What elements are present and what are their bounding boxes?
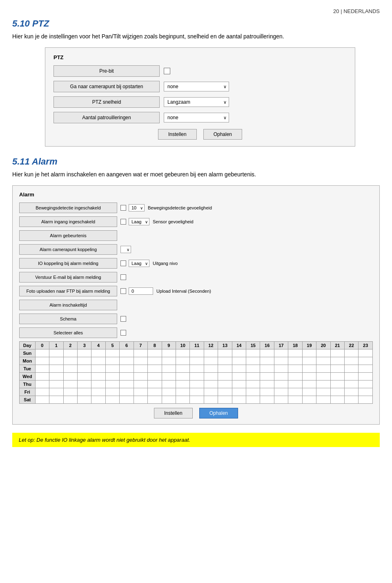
schedule-cell-mon-3[interactable] [77, 357, 91, 365]
schedule-cell-mon-16[interactable] [260, 357, 274, 365]
schedule-cell-tue-1[interactable] [49, 365, 63, 373]
ptz-select-snelheid[interactable]: Langzaam [164, 97, 229, 107]
schedule-cell-wed-23[interactable] [359, 373, 373, 381]
schedule-cell-fri-0[interactable] [35, 388, 49, 396]
schedule-cell-wed-19[interactable] [302, 373, 316, 381]
ptz-select-camerapunt-wrap[interactable]: none [164, 82, 229, 91]
schedule-cell-mon-7[interactable] [134, 357, 147, 365]
schedule-cell-fri-8[interactable] [148, 388, 162, 396]
schedule-cell-fri-7[interactable] [134, 388, 147, 396]
schedule-cell-wed-22[interactable] [345, 373, 359, 381]
schedule-cell-thu-17[interactable] [274, 381, 288, 388]
schedule-cell-tue-14[interactable] [232, 365, 246, 373]
schedule-cell-sun-5[interactable] [105, 349, 119, 357]
schedule-cell-mon-12[interactable] [204, 357, 218, 365]
schedule-cell-sun-15[interactable] [246, 349, 260, 357]
schedule-cell-tue-19[interactable] [302, 365, 316, 373]
alarm-checkbox-ingang[interactable] [120, 219, 126, 225]
schedule-cell-thu-3[interactable] [77, 381, 91, 388]
alarm-checkbox-schema[interactable] [120, 316, 126, 322]
schedule-cell-sat-11[interactable] [190, 396, 204, 404]
schedule-cell-wed-3[interactable] [77, 373, 91, 381]
schedule-cell-fri-17[interactable] [274, 388, 288, 396]
schedule-cell-sun-2[interactable] [63, 349, 77, 357]
alarm-select-io-wrap[interactable]: Laag [129, 260, 149, 267]
schedule-cell-wed-1[interactable] [49, 373, 63, 381]
schedule-cell-fri-22[interactable] [345, 388, 359, 396]
schedule-cell-wed-12[interactable] [204, 373, 218, 381]
schedule-cell-mon-4[interactable] [91, 357, 105, 365]
ptz-select-snelheid-wrap[interactable]: Langzaam [164, 97, 229, 107]
schedule-cell-thu-0[interactable] [35, 381, 49, 388]
schedule-cell-sat-18[interactable] [288, 396, 302, 404]
schedule-cell-sat-7[interactable] [134, 396, 147, 404]
schedule-cell-sun-13[interactable] [218, 349, 232, 357]
schedule-cell-thu-23[interactable] [359, 381, 373, 388]
schedule-cell-sat-16[interactable] [260, 396, 274, 404]
schedule-cell-tue-18[interactable] [288, 365, 302, 373]
schedule-cell-wed-10[interactable] [176, 373, 189, 381]
schedule-cell-wed-0[interactable] [35, 373, 49, 381]
schedule-cell-wed-9[interactable] [162, 373, 176, 381]
schedule-cell-wed-13[interactable] [218, 373, 232, 381]
schedule-cell-sat-12[interactable] [204, 396, 218, 404]
alarm-instellen-button[interactable]: Instellen [154, 408, 193, 418]
schedule-cell-sat-10[interactable] [176, 396, 189, 404]
schedule-cell-mon-6[interactable] [120, 357, 134, 365]
alarm-checkbox-selecteer-alles[interactable] [120, 330, 126, 336]
schedule-cell-sat-5[interactable] [105, 396, 119, 404]
schedule-cell-mon-22[interactable] [345, 357, 359, 365]
schedule-cell-sun-12[interactable] [204, 349, 218, 357]
schedule-cell-fri-6[interactable] [120, 388, 134, 396]
schedule-cell-wed-20[interactable] [316, 373, 330, 381]
schedule-cell-sat-3[interactable] [77, 396, 91, 404]
schedule-cell-thu-5[interactable] [105, 381, 119, 388]
schedule-cell-mon-23[interactable] [359, 357, 373, 365]
schedule-cell-sun-20[interactable] [316, 349, 330, 357]
schedule-cell-mon-10[interactable] [176, 357, 189, 365]
schedule-cell-sun-16[interactable] [260, 349, 274, 357]
alarm-checkbox-ftp[interactable] [120, 288, 126, 294]
schedule-cell-tue-15[interactable] [246, 365, 260, 373]
schedule-cell-fri-20[interactable] [316, 388, 330, 396]
schedule-cell-tue-11[interactable] [190, 365, 204, 373]
schedule-cell-mon-9[interactable] [162, 357, 176, 365]
schedule-cell-fri-23[interactable] [359, 388, 373, 396]
alarm-select-ingang-wrap[interactable]: Laag [129, 218, 149, 225]
schedule-cell-fri-11[interactable] [190, 388, 204, 396]
schedule-cell-thu-2[interactable] [63, 381, 77, 388]
schedule-cell-tue-13[interactable] [218, 365, 232, 373]
schedule-cell-wed-2[interactable] [63, 373, 77, 381]
schedule-cell-mon-11[interactable] [190, 357, 204, 365]
schedule-cell-sat-21[interactable] [330, 396, 344, 404]
ptz-select-patrouilleringen-wrap[interactable]: none [164, 113, 229, 122]
schedule-cell-wed-8[interactable] [148, 373, 162, 381]
schedule-cell-sat-2[interactable] [63, 396, 77, 404]
schedule-cell-wed-11[interactable] [190, 373, 204, 381]
schedule-cell-sat-0[interactable] [35, 396, 49, 404]
schedule-cell-mon-13[interactable] [218, 357, 232, 365]
schedule-cell-mon-21[interactable] [330, 357, 344, 365]
schedule-cell-tue-2[interactable] [63, 365, 77, 373]
schedule-cell-wed-16[interactable] [260, 373, 274, 381]
schedule-cell-thu-20[interactable] [316, 381, 330, 388]
schedule-cell-tue-5[interactable] [105, 365, 119, 373]
schedule-cell-tue-21[interactable] [330, 365, 344, 373]
schedule-cell-sat-23[interactable] [359, 396, 373, 404]
schedule-cell-fri-12[interactable] [204, 388, 218, 396]
schedule-cell-wed-6[interactable] [120, 373, 134, 381]
schedule-cell-thu-11[interactable] [190, 381, 204, 388]
schedule-cell-tue-16[interactable] [260, 365, 274, 373]
alarm-select-bewegingsdetectie[interactable]: 10 [129, 204, 145, 211]
schedule-cell-thu-4[interactable] [91, 381, 105, 388]
schedule-cell-wed-14[interactable] [232, 373, 246, 381]
schedule-cell-sun-0[interactable] [35, 349, 49, 357]
alarm-select-io[interactable]: Laag [129, 260, 149, 267]
schedule-cell-sat-19[interactable] [302, 396, 316, 404]
schedule-cell-sun-6[interactable] [120, 349, 134, 357]
schedule-cell-mon-2[interactable] [63, 357, 77, 365]
schedule-cell-fri-19[interactable] [302, 388, 316, 396]
schedule-cell-mon-19[interactable] [302, 357, 316, 365]
schedule-cell-fri-16[interactable] [260, 388, 274, 396]
schedule-cell-thu-9[interactable] [162, 381, 176, 388]
